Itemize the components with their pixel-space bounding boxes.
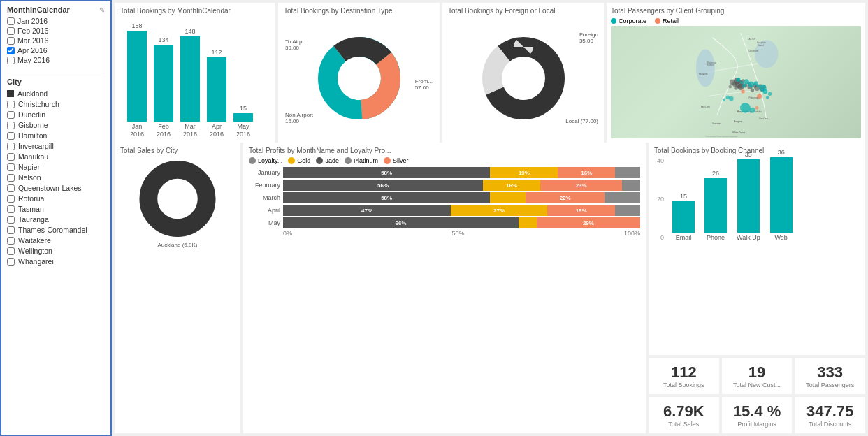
svg-point-50: [763, 89, 768, 94]
stacked-segment: 22%: [526, 192, 604, 203]
city-checkbox[interactable]: [7, 247, 15, 255]
kpi-value: 19: [748, 363, 765, 382]
stacked-bar-container: 58%22%: [283, 192, 640, 203]
stacked-segment: 47%: [283, 205, 451, 216]
city-item[interactable]: Tasman: [7, 204, 105, 214]
city-item[interactable]: Napier: [7, 162, 105, 172]
city-checkbox[interactable]: [7, 216, 15, 224]
svg-point-42: [736, 78, 740, 82]
city-label: Manukau: [18, 152, 48, 161]
y-axis-label: 40: [657, 157, 664, 164]
profits-card: Total Profits by MonthName and Loyalty P…: [243, 143, 646, 433]
svg-point-60: [755, 106, 759, 110]
month-filter-item[interactable]: Feb 2016: [7, 27, 105, 35]
city-item[interactable]: Thames-Coromandel: [7, 225, 105, 235]
destination-title: Total Bookings by Destination Type: [284, 7, 434, 15]
foreign-title: Total Bookings by Foreign or Local: [448, 7, 598, 15]
channel-value: 26: [712, 170, 719, 177]
destination-label-from: From...57.00: [415, 78, 433, 91]
city-checkbox[interactable]: [7, 258, 15, 266]
bar-group: 15 May2016: [233, 105, 253, 138]
bar: [207, 57, 226, 122]
svg-text:CASTOP: CASTOP: [748, 38, 755, 41]
svg-point-54: [723, 99, 725, 101]
city-checkbox[interactable]: [7, 143, 15, 150]
city-item[interactable]: Rotorua: [7, 194, 105, 203]
city-checkbox[interactable]: [7, 153, 15, 161]
divider: [7, 73, 105, 73]
city-item[interactable]: Hamilton: [7, 131, 105, 140]
y-axis-label: 20: [657, 196, 664, 203]
profits-title: Total Profits by MonthName and Loyalty P…: [249, 147, 640, 154]
svg-point-58: [741, 89, 744, 93]
bar: [154, 45, 173, 122]
legend-label: Platinum: [354, 157, 378, 164]
city-checkbox[interactable]: [7, 205, 15, 213]
month-checkbox[interactable]: [7, 37, 15, 45]
city-item[interactable]: Tauranga: [7, 215, 105, 224]
city-label: Nelson: [18, 173, 41, 182]
svg-point-32: [734, 86, 737, 89]
city-checkbox[interactable]: [7, 164, 15, 171]
kpi-card: 19 Total New Cust...: [722, 358, 793, 394]
city-checkbox[interactable]: [7, 184, 15, 192]
month-filter-item[interactable]: Mar 2016: [7, 36, 105, 45]
city-item[interactable]: Gisborne: [7, 120, 105, 130]
channel-bar-label: Phone: [707, 234, 725, 241]
city-item[interactable]: Christchurch: [7, 99, 105, 109]
kpi-value: 333: [817, 363, 843, 382]
stacked-bar-container: 66%29%: [283, 217, 640, 228]
city-checkbox[interactable]: [7, 122, 15, 129]
city-filter-header: City: [7, 78, 105, 86]
month-checkbox[interactable]: [7, 47, 15, 54]
city-label: Queenstown-Lakes: [18, 184, 81, 192]
foreign-donut-area: Foreign35.00 Local (77.00): [448, 17, 598, 138]
city-item[interactable]: Waitakere: [7, 235, 105, 245]
stacked-segment: 66%: [283, 217, 519, 228]
legend-label: Retail: [663, 17, 679, 24]
svg-text:Island: Island: [758, 44, 764, 47]
kpi-value: 6.79K: [663, 402, 704, 421]
month-checkbox[interactable]: [7, 27, 15, 35]
city-item[interactable]: Wellington: [7, 246, 105, 256]
city-label: Auckland: [17, 89, 48, 98]
city-checkbox[interactable]: [7, 101, 15, 108]
stacked-bar-container: 47%27%19%: [283, 205, 640, 216]
svg-point-45: [742, 84, 746, 87]
city-checkbox[interactable]: [7, 132, 15, 140]
city-item[interactable]: Invercargill: [7, 141, 105, 151]
destination-label-nonairport: Non Airport16.00: [285, 112, 313, 124]
month-checkbox[interactable]: [7, 17, 15, 25]
city-item[interactable]: Nelson: [7, 173, 105, 182]
main-content: Total Bookings by MonthInCalendar 158 Ja…: [112, 0, 868, 436]
city-item[interactable]: Dunedin: [7, 110, 105, 119]
stacked-segment: 58%: [283, 192, 490, 203]
foreign-donut-card: Total Bookings by Foreign or Local Forei…: [442, 3, 604, 143]
bar-value: 134: [158, 36, 168, 43]
city-checkbox[interactable]: [7, 237, 15, 245]
bar: [233, 113, 253, 122]
loyalty-legend: Loyalty...GoldJadePlatinumSilver: [249, 157, 640, 164]
city-checkbox[interactable]: [7, 111, 15, 119]
filter-clear-icon[interactable]: ✎: [99, 6, 105, 14]
city-item[interactable]: Auckland: [7, 89, 105, 99]
city-checkbox[interactable]: [7, 226, 15, 234]
city-checkbox[interactable]: [7, 174, 15, 182]
city-item[interactable]: Whangarei: [7, 256, 105, 266]
month-filter-item[interactable]: Apr 2016: [7, 46, 105, 54]
stacked-row: January58%19%16%: [249, 167, 640, 178]
kpi-label: Total Passengers: [806, 382, 854, 388]
bookings-bar-title: Total Bookings by MonthInCalendar: [120, 7, 270, 15]
channel-bar: [737, 159, 760, 233]
month-checkbox[interactable]: [7, 57, 15, 64]
svg-point-33: [728, 85, 732, 89]
svg-point-3: [338, 57, 380, 99]
city-item[interactable]: Queenstown-Lakes: [7, 183, 105, 193]
city-checkbox[interactable]: [7, 195, 15, 203]
channel-bar-label: Web: [775, 234, 788, 241]
city-item[interactable]: Manukau: [7, 152, 105, 161]
month-filter-item[interactable]: Jan 2016: [7, 17, 105, 25]
month-filter-item[interactable]: May 2016: [7, 56, 105, 64]
stacked-segment: 58%: [283, 167, 490, 178]
channel-value: 35: [745, 151, 752, 158]
